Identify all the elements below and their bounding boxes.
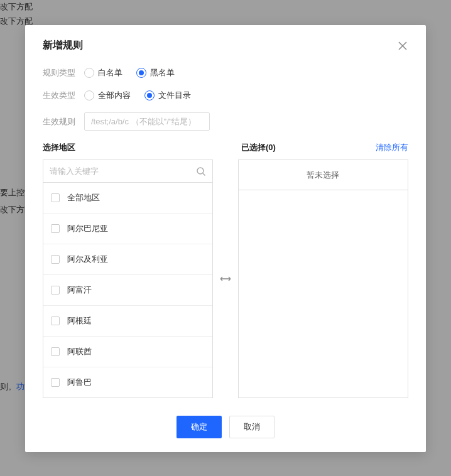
- select-region-title: 选择地区: [43, 142, 216, 153]
- search-input[interactable]: [50, 166, 196, 176]
- checkbox[interactable]: [51, 286, 60, 295]
- checkbox[interactable]: [51, 224, 60, 233]
- radio-label: 文件目录: [158, 90, 191, 101]
- close-icon: [398, 41, 407, 50]
- radio-icon: [136, 68, 146, 78]
- list-item[interactable]: 阿富汗: [43, 275, 212, 306]
- radio-file-directory[interactable]: 文件目录: [144, 90, 191, 101]
- clear-all-link[interactable]: 清除所有: [376, 142, 408, 153]
- rule-type-label: 规则类型: [43, 67, 84, 78]
- list-item[interactable]: 阿尔及利亚: [43, 244, 212, 275]
- add-rule-modal: 新增规则 规则类型 白名单 黑名单 生效类型: [25, 25, 426, 452]
- confirm-button[interactable]: 确定: [177, 416, 222, 438]
- checkbox[interactable]: [51, 347, 60, 356]
- checkbox[interactable]: [51, 316, 60, 325]
- region-name: 阿尔及利亚: [67, 254, 108, 265]
- radio-label: 黑名单: [150, 67, 175, 78]
- list-item[interactable]: 阿联酋: [43, 337, 212, 367]
- list-item[interactable]: 阿根廷: [43, 306, 212, 337]
- region-name: 全部地区: [67, 192, 100, 203]
- rule-type-radios: 白名单 黑名单: [84, 67, 175, 78]
- modal-title: 新增规则: [43, 39, 83, 52]
- svg-line-1: [203, 173, 205, 176]
- search-icon: [196, 166, 206, 176]
- radio-all-content[interactable]: 全部内容: [84, 90, 131, 101]
- effect-rule-input[interactable]: [84, 112, 210, 131]
- list-item[interactable]: 全部地区: [43, 183, 212, 214]
- effect-type-radios: 全部内容 文件目录: [84, 90, 191, 101]
- list-item[interactable]: 阿尔巴尼亚: [43, 214, 212, 244]
- region-name: 阿联酋: [67, 346, 92, 357]
- close-button[interactable]: [397, 40, 408, 51]
- radio-icon: [84, 90, 94, 100]
- modal-header: 新增规则: [25, 25, 426, 62]
- search-box: [43, 160, 212, 183]
- empty-state: 暂未选择: [239, 160, 408, 190]
- region-target-panel: 暂未选择: [238, 160, 408, 398]
- effect-type-label: 生效类型: [43, 90, 84, 101]
- region-name: 阿尔巴尼亚: [67, 223, 108, 234]
- effect-rule-row: 生效规则: [43, 112, 408, 131]
- svg-point-0: [197, 168, 204, 174]
- radio-blacklist[interactable]: 黑名单: [136, 67, 175, 78]
- selected-title: 已选择(0): [241, 142, 276, 153]
- radio-label: 全部内容: [98, 90, 131, 101]
- region-name: 阿鲁巴: [67, 377, 92, 388]
- region-name: 阿富汗: [67, 284, 92, 296]
- cancel-button[interactable]: 取消: [229, 416, 274, 438]
- region-list[interactable]: 全部地区阿尔巴尼亚阿尔及利亚阿富汗阿根廷阿联酋阿鲁巴: [43, 183, 212, 398]
- transfer-body: 全部地区阿尔巴尼亚阿尔及利亚阿富汗阿根廷阿联酋阿鲁巴 暂未选择: [43, 160, 408, 398]
- radio-whitelist[interactable]: 白名单: [84, 67, 122, 78]
- swap-icon: [220, 275, 231, 283]
- modal-footer: 确定 取消: [25, 404, 426, 452]
- transfer-section: 选择地区 已选择(0) 清除所有 全部地区阿尔巴尼亚阿尔: [43, 142, 408, 398]
- region-source-panel: 全部地区阿尔巴尼亚阿尔及利亚阿富汗阿根廷阿联酋阿鲁巴: [43, 160, 213, 398]
- region-name: 阿根廷: [67, 315, 92, 327]
- checkbox[interactable]: [51, 193, 60, 202]
- radio-icon: [84, 68, 94, 78]
- transfer-arrow: [213, 275, 237, 283]
- list-item[interactable]: 阿鲁巴: [43, 367, 212, 398]
- modal-body: 规则类型 白名单 黑名单 生效类型 全部内容: [25, 62, 426, 404]
- radio-icon: [144, 90, 155, 100]
- checkbox[interactable]: [51, 378, 60, 387]
- effect-rule-label: 生效规则: [43, 116, 84, 127]
- transfer-headers: 选择地区 已选择(0) 清除所有: [43, 142, 408, 153]
- rule-type-row: 规则类型 白名单 黑名单: [43, 67, 408, 78]
- checkbox[interactable]: [51, 255, 60, 264]
- effect-type-row: 生效类型 全部内容 文件目录: [43, 90, 408, 101]
- radio-label: 白名单: [98, 67, 122, 78]
